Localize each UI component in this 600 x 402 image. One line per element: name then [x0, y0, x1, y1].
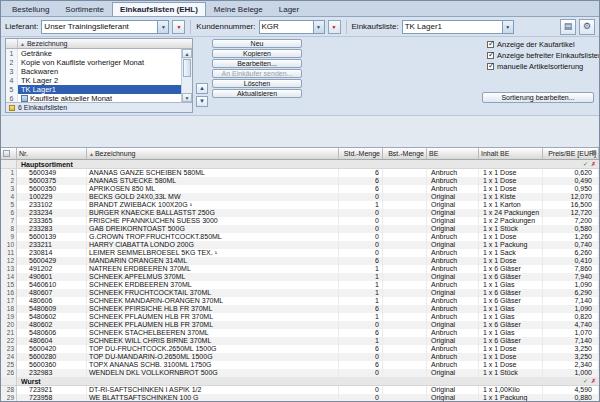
group-check-icon[interactable]: ✓ [583, 160, 588, 169]
table-row[interactable]: 28723921DT-RI-SAFTSCHINKEN I ASPIK 1/20O… [1, 386, 599, 394]
table-row[interactable]: 11230814LEIMER SEMMELBROESEL 5KG TEX. ¹0… [1, 249, 599, 257]
col-std-menge[interactable]: Std.-Menge [339, 148, 383, 159]
list-item-backwaren[interactable]: 3Backwaren [6, 67, 181, 76]
action-buttons: NeuKopierenBearbeiten...An Einkäufer sen… [212, 39, 302, 98]
table-row[interactable]: 16480607SCHNEEK FRUCHTCOCKTAIL 370ML1Ori… [1, 289, 599, 297]
group-row-hauptsortiment[interactable]: Hauptsortiment✓✗ [1, 160, 599, 169]
table-row[interactable]: 255600360TOPX ANANAS SCHB. 3100ML 1750G6… [1, 361, 599, 369]
check-icon: ✓ [488, 51, 495, 59]
list-item-kopie-von-kaufliste-vorheriger-monat[interactable]: 2Kopie von Kaufliste vorheriger Monat [6, 58, 181, 67]
tab-einkaufslisten-ehl[interactable]: Einkaufslisten (EHL) [112, 2, 206, 16]
checkbox-box[interactable]: ✓ [487, 63, 494, 70]
cell-preis: 4,740 [543, 321, 599, 329]
tab-meine-belege[interactable]: Meine Belege [206, 2, 271, 16]
dropdown-arrow-icon[interactable]: ▼ [157, 21, 168, 33]
table-row[interactable]: 6233234BURGER KNAECKE BALLASTST 250G0Ori… [1, 209, 599, 217]
cell-num: 15 [1, 281, 17, 289]
col-be-label: BE [429, 150, 438, 157]
checkbox-anzeige-der-kaufartikel[interactable]: ✓Anzeige der Kaufartikel [487, 40, 600, 49]
edit-columns-icon-button[interactable]: ▤ [560, 19, 576, 35]
cell-bst [383, 241, 427, 249]
table-row[interactable]: 13491202NATREEN ERDBEEREN 370ML1Anbruch1… [1, 265, 599, 273]
table-row[interactable]: 20480602SCHNEEK PFLAUMEN HLB FR 370ML0Or… [1, 321, 599, 329]
table-row[interactable]: 195480602SCHNEEK PFLAUMEN HLB FR 370ML1A… [1, 313, 599, 321]
table-row[interactable]: 5233102BRANDT ZWIEBACK 100X20G ¹1Origina… [1, 201, 599, 209]
list-item-getr-nke[interactable]: 1Getränke [6, 49, 181, 58]
table-row[interactable]: 155460610SCHNEEK ERDBEEREN 370ML1Anbruch… [1, 281, 599, 289]
move-down-button[interactable]: ▼ [196, 96, 208, 107]
l-schen-button[interactable]: Löschen [212, 79, 302, 88]
list-bezeichnung-header[interactable]: ▲ Bezeichnung [18, 39, 192, 48]
scroll-up-icon[interactable]: ▲ [182, 49, 192, 58]
col-bezeichnung[interactable]: ▲Bezeichnung [87, 148, 339, 159]
cell-std: 1 [339, 337, 383, 345]
col-be[interactable]: BE [427, 148, 479, 159]
table-row[interactable]: 10233211HARRY CIABATTA LONDO 200G0Origin… [1, 241, 599, 249]
cell-inhalt: 1 x 1 Stück [479, 369, 543, 377]
table-row[interactable]: 245600280TOP DU-MANDARIN-O.2650ML 1500G0… [1, 353, 599, 361]
cell-name: TOP DU-FRUCHTCOCK.2650ML 1500G [87, 345, 339, 353]
kundennummer-combo[interactable]: KGR ▼ [259, 20, 325, 34]
col-bst-menge[interactable]: Bst.-Menge [383, 148, 427, 159]
dropdown-arrow-icon[interactable]: ▼ [502, 21, 513, 33]
table-row[interactable]: 125600429MANDARIN ORANGEN 314ML6Anbruch1… [1, 257, 599, 265]
col-preis[interactable]: Preis/BE [EUR]≣ [543, 148, 599, 159]
bearbeiten-button[interactable]: Bearbeiten... [212, 59, 302, 68]
checkbox-anzeige-befreiter-einkaufslisten[interactable]: ✓Anzeige befreiter Einkaufslisten [487, 51, 600, 60]
aktualisieren-button[interactable]: Aktualisieren [212, 89, 302, 98]
table-row[interactable]: 22480604SCHNEEK WILL CHRIS BIRNE 370ML1O… [1, 337, 599, 345]
kundennummer-picker-button[interactable]: ▼ [328, 20, 341, 34]
group-row-wurst[interactable]: Wurst✓✗ [1, 377, 599, 386]
table-row[interactable]: 185480609SCHNEEK PFIRSICHE HLB FR 370ML6… [1, 305, 599, 313]
checkbox-label: manuelle Artikelsortierung [497, 62, 583, 71]
table-row[interactable]: 215480606SCHNEEK STACHELBEEREN 370ML6Anb… [1, 329, 599, 337]
lieferant-picker-button[interactable]: ▼ [172, 20, 185, 34]
lieferant-combo[interactable]: Unser Trainingslieferant ▼ [41, 20, 169, 34]
col-inhalt-be[interactable]: Inhalt BE [479, 148, 543, 159]
neu-button[interactable]: Neu [212, 39, 302, 48]
move-up-button[interactable]: ▲ [196, 83, 208, 94]
kopieren-button[interactable]: Kopieren [212, 49, 302, 58]
cell-be: Anbruch [427, 185, 479, 193]
einkaufsliste-combo[interactable]: TK Lager1 ▼ [402, 20, 514, 34]
cell-inhalt: 1 x 1 Glas [479, 281, 543, 289]
cell-std: 6 [339, 185, 383, 193]
cell-std: 6 [339, 177, 383, 185]
sortierung-bearbeiten-button[interactable]: Sortierung bearbeiten... [482, 92, 594, 103]
list-scrollbar[interactable]: ▲ ▼ [181, 49, 192, 102]
table-row[interactable]: 235600420TOP DU-FRUCHTCOCK.2650ML 1500G6… [1, 345, 599, 353]
column-config-icon[interactable]: ≣ [591, 149, 597, 157]
tab-lager[interactable]: Lager [271, 2, 307, 16]
col-nr[interactable]: Nr. [17, 148, 87, 159]
scrollbar-thumb[interactable] [183, 59, 191, 77]
checkbox-box[interactable]: ✓ [487, 52, 494, 59]
checkbox-manuelle-artikelsortierung[interactable]: ✓manuelle Artikelsortierung [487, 62, 600, 71]
table-row[interactable]: 17480606SCHNEEK MANDARIN-ORANGEN 370ML1A… [1, 297, 599, 305]
group-cross-icon[interactable]: ✗ [591, 160, 596, 169]
cell-num: 21 [1, 329, 17, 337]
table-row[interactable]: 14490601SCHNEEK APFELMUS 370ML1Original1… [1, 273, 599, 281]
cell-num: 13 [1, 265, 17, 273]
table-row[interactable]: 29723958WE BLATTSAFTSCHINKEN 100 G0Origi… [1, 394, 599, 402]
table-row[interactable]: 25600375ANANAS STUECKE 580ML6Anbruch1 x … [1, 177, 599, 185]
dropdown-arrow-icon[interactable]: ▼ [313, 21, 324, 33]
table-row[interactable]: 8233283GAB DREIKORNTOAST 500G0Original1 … [1, 225, 599, 233]
settings-icon-button[interactable]: ⚙ [579, 19, 595, 35]
table-row[interactable]: 7233365FRISCHE PFANNKUCHEN SUESS 30000Or… [1, 217, 599, 225]
table-row[interactable]: 15600349ANANAS GANZE SCHEIBEN 580ML6Anbr… [1, 169, 599, 177]
table-row[interactable]: 26232983WENDELN DKL VOLLKORNBROT 500G0Or… [1, 369, 599, 377]
checkbox-box[interactable]: ✓ [487, 41, 494, 48]
table-row[interactable]: 35600350APRIKOSEN 850 ML6Anbruch1 x 1 Do… [1, 185, 599, 193]
table-row[interactable]: 4100229BECKS GOLD 24X0,33L MW0Original1 … [1, 193, 599, 201]
scroll-down-icon[interactable]: ▼ [182, 93, 192, 102]
tab-sortimente[interactable]: Sortimente [57, 2, 112, 16]
manual-sort-arrows: ▲ ▼ [196, 83, 208, 107]
list-item-kaufliste-aktueller-monat[interactable]: 6Kaufliste aktueller Monat [6, 94, 181, 102]
group-check-icon[interactable]: ✓ [583, 377, 588, 386]
list-item-tk-lager-2[interactable]: 4TK Lager 2 [6, 76, 181, 85]
table-row[interactable]: 95600139G.CROWN TROP.FRUCHTCOCKT.850ML0A… [1, 233, 599, 241]
group-cross-icon[interactable]: ✗ [591, 377, 596, 386]
list-item-tk-lager1[interactable]: 5TK Lager1 [6, 85, 181, 94]
cell-nr: 233283 [17, 225, 87, 233]
tab-bestellung[interactable]: Bestellung [4, 2, 57, 16]
